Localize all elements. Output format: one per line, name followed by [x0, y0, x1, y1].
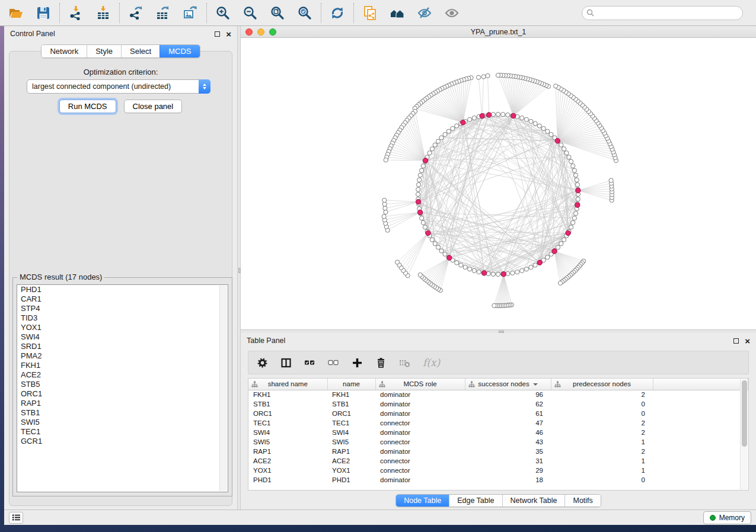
tab-network[interactable]: Network	[42, 45, 87, 57]
zoom-fit-icon[interactable]	[270, 5, 285, 21]
column-header-predecessor-nodes[interactable]: predecessor nodes	[551, 379, 653, 390]
float-panel-icon[interactable]	[215, 31, 220, 37]
mcds-node[interactable]	[461, 120, 465, 125]
mcds-node[interactable]	[555, 139, 560, 143]
mcds-node[interactable]	[575, 203, 580, 207]
mcds-node[interactable]	[566, 230, 570, 235]
mcds-node[interactable]	[417, 210, 422, 214]
cell-shared_name[interactable]: TEC1	[248, 418, 327, 428]
table-row-TEC1[interactable]: TEC1TEC1connector472	[248, 418, 748, 428]
mcds-result-item[interactable]: STB5	[17, 380, 228, 389]
mcds-node[interactable]	[487, 113, 492, 117]
cell-successor_nodes[interactable]: 43	[465, 437, 551, 447]
table-scrollbar[interactable]	[740, 379, 748, 489]
cell-successor_nodes[interactable]: 62	[465, 399, 551, 409]
mcds-result-list[interactable]: PHD1CAR1STP4TID3YOX1SWI4SRD1PMA2FKH1ACE2…	[17, 284, 228, 492]
network-canvas[interactable]	[241, 38, 755, 329]
zoom-in-icon[interactable]	[215, 5, 231, 21]
copy-network-view-icon[interactable]	[362, 5, 378, 21]
cell-predecessor_nodes[interactable]: 0	[551, 409, 653, 418]
deselect-all-check-icon[interactable]	[328, 357, 339, 368]
cell-mcds_role[interactable]: dominator	[375, 428, 465, 437]
hide-graphics-details-icon[interactable]	[417, 5, 432, 21]
tab-mcds[interactable]: MCDS	[160, 45, 199, 57]
export-image-icon[interactable]	[183, 5, 198, 21]
mcds-node[interactable]	[481, 271, 486, 275]
home-icon[interactable]	[390, 5, 405, 21]
cell-successor_nodes[interactable]: 35	[465, 447, 551, 456]
mcds-list-scrollbar[interactable]	[219, 286, 227, 491]
cell-mcds_role[interactable]: dominator	[375, 447, 465, 456]
mcds-result-item[interactable]: PHD1	[17, 285, 228, 294]
cell-predecessor_nodes[interactable]: 2	[551, 390, 653, 399]
cell-shared_name[interactable]: PHD1	[248, 475, 327, 485]
mcds-result-item[interactable]: RAP1	[17, 399, 228, 408]
cell-successor_nodes[interactable]: 31	[465, 456, 551, 466]
table-scrollbar-thumb[interactable]	[742, 380, 747, 447]
split-handle[interactable]	[238, 268, 241, 273]
table-row-FKH1[interactable]: FKH1FKH1dominator962	[248, 390, 748, 399]
mcds-node[interactable]	[423, 158, 428, 163]
cell-successor_nodes[interactable]: 18	[465, 475, 551, 485]
cell-mcds_role[interactable]: dominator	[375, 475, 465, 485]
cell-mcds_role[interactable]: dominator	[375, 409, 465, 418]
cell-predecessor_nodes[interactable]: 0	[551, 475, 653, 485]
cell-mcds_role[interactable]: connector	[375, 418, 465, 428]
cell-successor_nodes[interactable]: 46	[465, 428, 551, 437]
cell-shared_name[interactable]: ACE2	[248, 456, 327, 466]
mcds-result-item[interactable]: CAR1	[17, 294, 228, 304]
import-network-icon[interactable]	[68, 5, 84, 21]
add-column-icon[interactable]	[352, 357, 363, 368]
zoom-selected-icon[interactable]	[297, 5, 312, 21]
close-panel-button[interactable]: Close panel	[124, 100, 183, 113]
column-header-name[interactable]: name	[327, 379, 375, 390]
close-panel-icon[interactable]: ×	[745, 338, 750, 344]
mcds-result-item[interactable]: FKH1	[17, 361, 228, 370]
cell-successor_nodes[interactable]: 61	[465, 409, 551, 418]
import-table-icon[interactable]	[95, 5, 111, 21]
mcds-node[interactable]	[416, 200, 420, 204]
cell-mcds_role[interactable]: dominator	[375, 399, 465, 409]
split-handle[interactable]	[499, 331, 504, 333]
table-row-SWI4[interactable]: SWI4SWI4dominator462	[248, 428, 748, 437]
mcds-node[interactable]	[552, 249, 557, 254]
cell-successor_nodes[interactable]: 47	[465, 418, 551, 428]
cell-shared_name[interactable]: YOX1	[248, 466, 327, 475]
cell-mcds_role[interactable]: connector	[375, 456, 465, 466]
mcds-result-item[interactable]: SWI5	[17, 418, 228, 427]
cell-name[interactable]: ACE2	[327, 456, 375, 466]
delete-table-icon[interactable]	[399, 357, 410, 368]
show-columns-icon[interactable]	[280, 357, 292, 368]
mcds-result-item[interactable]: GCR1	[17, 437, 228, 446]
show-graphics-details-icon[interactable]	[444, 5, 460, 21]
optimization-criterion-select[interactable]: largest connected component (undirected)	[27, 79, 210, 94]
table-row-STB1[interactable]: STB1STB1dominator620	[248, 399, 748, 409]
export-network-icon[interactable]	[128, 5, 143, 21]
cell-name[interactable]: SWI5	[327, 437, 375, 447]
table-row-SWI5[interactable]: SWI5SWI5connector431	[248, 437, 748, 447]
cell-predecessor_nodes[interactable]: 0	[551, 399, 653, 409]
mcds-result-item[interactable]: SWI4	[17, 332, 228, 342]
table-row-YOX1[interactable]: YOX1YOX1connector291	[248, 466, 748, 475]
delete-column-icon[interactable]	[375, 357, 387, 368]
close-panel-icon[interactable]: ×	[226, 31, 231, 37]
mcds-node[interactable]	[501, 272, 506, 277]
cell-predecessor_nodes[interactable]: 2	[551, 447, 653, 456]
tab-style[interactable]: Style	[87, 45, 121, 57]
cell-name[interactable]: YOX1	[327, 466, 375, 475]
cell-predecessor_nodes[interactable]: 2	[551, 428, 653, 437]
mcds-node[interactable]	[576, 188, 580, 193]
column-header-MCDS-role[interactable]: MCDS role	[375, 379, 465, 390]
mcds-result-item[interactable]: TEC1	[17, 427, 228, 437]
tab-motifs[interactable]: Motifs	[564, 495, 600, 507]
memory-button[interactable]: Memory	[703, 511, 751, 524]
cell-shared_name[interactable]: SWI4	[248, 428, 327, 437]
cell-name[interactable]: ORC1	[327, 409, 375, 418]
float-panel-icon[interactable]	[733, 338, 739, 344]
table-row-ACE2[interactable]: ACE2ACE2connector311	[248, 456, 748, 466]
cell-name[interactable]: STB1	[327, 399, 375, 409]
search-input[interactable]	[597, 9, 738, 17]
column-header-successor-nodes[interactable]: successor nodes	[465, 379, 551, 390]
mcds-result-item[interactable]: SRD1	[17, 342, 228, 351]
cell-predecessor_nodes[interactable]: 2	[551, 418, 653, 428]
